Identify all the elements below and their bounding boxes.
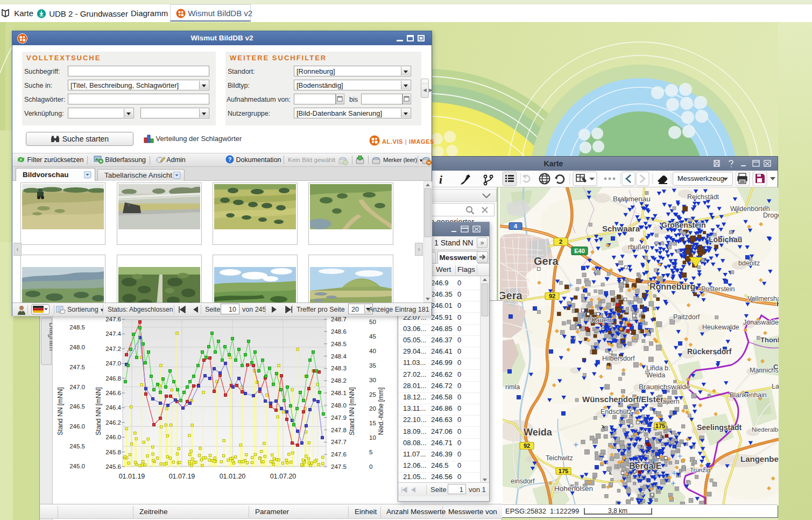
svg-text:246.4: 246.4 <box>105 404 121 411</box>
svg-text:248.1: 248.1 <box>331 390 347 396</box>
svg-text:bdenitz: bdenitz <box>738 259 760 267</box>
svg-text:247.5: 247.5 <box>69 364 85 370</box>
svg-text:Reichstädt: Reichstädt <box>687 193 719 201</box>
svg-text:45: 45 <box>369 333 376 340</box>
svg-text:Weida: Weida <box>646 371 665 379</box>
svg-text:Posterstein: Posterstein <box>701 285 735 293</box>
svg-text:4: 4 <box>514 223 518 229</box>
svg-text:35: 35 <box>369 362 376 369</box>
svg-text:30: 30 <box>369 377 376 383</box>
svg-text:Vollmershain: Vollmershain <box>747 295 779 303</box>
svg-text:20: 20 <box>369 405 376 412</box>
svg-text:10: 10 <box>369 434 376 441</box>
svg-text:Stand NN [mNN]: Stand NN [mNN] <box>348 387 356 435</box>
svg-text:Kauern: Kauern <box>591 317 613 324</box>
svg-text:E40: E40 <box>574 248 585 254</box>
svg-text:248.0: 248.0 <box>69 344 85 350</box>
svg-text:Löbichau: Löbichau <box>709 235 742 244</box>
svg-text:Paitzdorf: Paitzdorf <box>673 313 700 321</box>
svg-text:248.5: 248.5 <box>69 324 85 331</box>
svg-text:246.2: 246.2 <box>105 419 121 426</box>
svg-text:01.07.19: 01.07.19 <box>169 473 195 480</box>
svg-text:Nied.-höhe [mm]: Nied.-höhe [mm] <box>377 388 385 435</box>
svg-text:Gera: Gera <box>534 255 559 267</box>
svg-text:246.0: 246.0 <box>105 434 121 440</box>
svg-text:245.0: 245.0 <box>69 463 85 469</box>
svg-text:248.3: 248.3 <box>331 365 347 371</box>
svg-text:247.5: 247.5 <box>331 463 347 470</box>
svg-text:Großenstein: Großenstein <box>661 221 705 229</box>
svg-text:Gera: Gera <box>500 290 522 301</box>
svg-text:01.01.19: 01.01.19 <box>119 473 145 480</box>
svg-text:248.6: 248.6 <box>331 328 347 335</box>
svg-text:248.7: 248.7 <box>331 316 347 322</box>
svg-text:Thonhausen: Thonhausen <box>760 336 779 344</box>
svg-text:Drogen: Drogen <box>763 212 779 219</box>
svg-text:25: 25 <box>369 391 376 398</box>
svg-text:0: 0 <box>369 463 372 470</box>
svg-text:92: 92 <box>549 293 555 299</box>
svg-text:Blankenhain: Blankenhain <box>730 391 767 399</box>
svg-text:Seelingstädt: Seelingstädt <box>697 423 742 432</box>
svg-text:3,8 km: 3,8 km <box>608 507 627 515</box>
svg-text:rimla: rimla <box>505 383 520 391</box>
svg-text:247.8: 247.8 <box>331 427 347 433</box>
svg-text:245.5: 245.5 <box>69 443 85 449</box>
svg-text:92: 92 <box>524 442 530 449</box>
svg-text:Rückersdorf: Rückersdorf <box>687 347 732 356</box>
svg-text:15: 15 <box>369 420 376 426</box>
svg-text:248.4: 248.4 <box>331 353 347 360</box>
svg-text:Linda b.: Linda b. <box>646 364 670 372</box>
svg-text:247.9: 247.9 <box>331 414 347 421</box>
svg-text:245.6: 245.6 <box>105 463 121 470</box>
svg-text:einsdorf: einsdorf <box>511 477 535 485</box>
svg-text:Hohenölsen: Hohenölsen <box>554 484 593 493</box>
svg-text:Hilbersdorf: Hilbersdorf <box>602 355 635 362</box>
svg-text:Jonaswalde: Jonaswalde <box>743 319 779 326</box>
svg-text:247.0: 247.0 <box>69 384 85 390</box>
svg-text:247.6: 247.6 <box>331 451 347 458</box>
svg-text:247.0: 247.0 <box>105 360 121 367</box>
svg-text:247.7: 247.7 <box>331 439 347 445</box>
svg-text:175: 175 <box>559 468 568 474</box>
svg-text:Braunichswalde: Braunichswalde <box>639 383 690 391</box>
svg-text:246.8: 246.8 <box>105 375 121 382</box>
svg-text:Stand NN [mNN]: Stand NN [mNN] <box>95 387 102 435</box>
svg-text:248.0: 248.0 <box>331 402 347 409</box>
svg-text:01.07.20: 01.07.20 <box>270 473 296 480</box>
svg-text:Ronneburg: Ronneburg <box>649 282 695 291</box>
svg-text:40: 40 <box>369 348 376 354</box>
svg-text:248.5: 248.5 <box>331 341 347 347</box>
svg-text:2: 2 <box>559 238 562 245</box>
svg-text:248.2: 248.2 <box>331 377 347 384</box>
svg-text:Brahmenau: Brahmenau <box>613 195 651 203</box>
svg-text:H: H <box>776 300 779 308</box>
svg-text:5: 5 <box>369 449 372 455</box>
svg-text:50: 50 <box>369 319 376 325</box>
svg-text:245.8: 245.8 <box>105 449 121 455</box>
svg-text:Langenbernsdorf: Langenbernsdorf <box>740 454 779 463</box>
svg-text:175: 175 <box>655 423 665 429</box>
svg-text:?: ? <box>228 156 232 163</box>
svg-text:Weida: Weida <box>524 427 553 438</box>
svg-text:246.6: 246.6 <box>105 390 121 396</box>
svg-text:246.5: 246.5 <box>69 403 85 410</box>
svg-text:247.4: 247.4 <box>105 331 121 337</box>
svg-text:247.6: 247.6 <box>105 316 121 322</box>
svg-text:Endschütz: Endschütz <box>601 408 632 416</box>
svg-text:i: i <box>439 173 443 186</box>
svg-text:Trünzig: Trünzig <box>690 467 710 473</box>
svg-text:Stand NN [mNN]: Stand NN [mNN] <box>57 387 64 435</box>
svg-text:Cri: Cri <box>773 363 779 371</box>
svg-text:Wünschendorf/Elster: Wünschendorf/Elster <box>582 395 663 404</box>
svg-text:Lange: Lange <box>772 383 779 390</box>
svg-text:Teichwitz: Teichwitz <box>546 454 573 462</box>
svg-text:247.2: 247.2 <box>105 346 121 352</box>
svg-text:246.0: 246.0 <box>69 423 85 430</box>
svg-text:Heukewalde: Heukewalde <box>702 324 739 331</box>
svg-text:Niederalbertsdorf: Niederalbertsdorf <box>752 426 779 433</box>
svg-text:01.01.20: 01.01.20 <box>220 473 246 480</box>
svg-text:Berga/E: Berga/E <box>629 461 662 470</box>
svg-text:Schwaara: Schwaara <box>602 224 640 233</box>
svg-text:rbußen: rbußen <box>628 243 649 251</box>
